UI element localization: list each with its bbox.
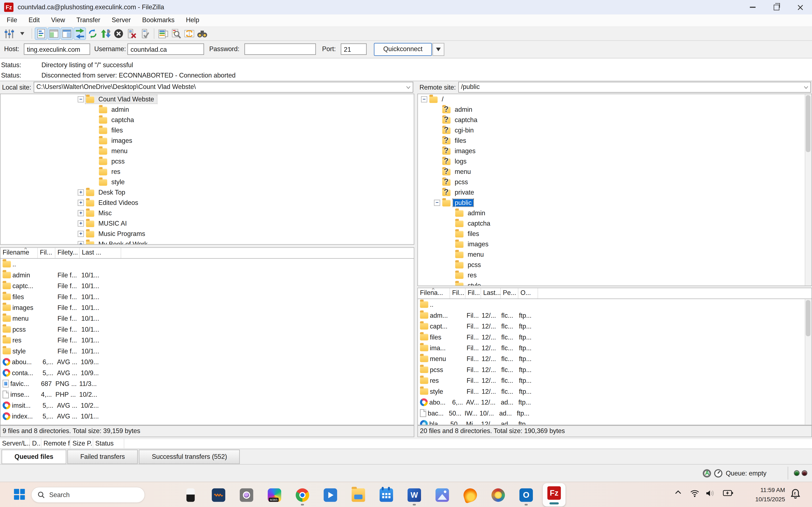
- restore-button[interactable]: [764, 0, 788, 14]
- file-row[interactable]: abo... 6,... AV... 12/... ad... ftp...: [418, 397, 811, 407]
- file-row[interactable]: captc... File f... 10/1...: [0, 280, 414, 291]
- tree-item[interactable]: captcha: [0, 115, 414, 125]
- tray-battery-icon[interactable]: [723, 490, 733, 496]
- file-row[interactable]: imsit... 5,... AVG ... 10/2...: [0, 400, 414, 411]
- tree-item[interactable]: cgi-bin: [418, 125, 811, 135]
- tree-item[interactable]: admin: [0, 105, 414, 115]
- column-header[interactable]: Size P...: [70, 438, 93, 450]
- column-header[interactable]: O...: [518, 288, 538, 299]
- file-row[interactable]: bla... 50... Mi... 12/... ad... ftp...: [418, 418, 811, 425]
- toggle-transfer-queue-button[interactable]: [73, 27, 86, 40]
- tree-item[interactable]: captcha: [418, 218, 811, 229]
- file-row[interactable]: imse... 4,... PHP ... 10/2...: [0, 389, 414, 400]
- taskbar-device-icon[interactable]: [187, 489, 195, 502]
- file-row[interactable]: bac... 50... IW... 10/... ad... ftp...: [418, 408, 811, 418]
- taskbar-audacity-icon[interactable]: [212, 489, 225, 502]
- column-header[interactable]: Pe...: [501, 288, 518, 299]
- file-row[interactable]: favic... 687 PNG ... 11/3...: [0, 378, 414, 389]
- host-input[interactable]: ting.execulink.com: [24, 44, 90, 55]
- tree-item[interactable]: captcha: [418, 115, 811, 125]
- tree-item[interactable]: pcss: [0, 156, 414, 167]
- tray-notification-bell-icon[interactable]: z: [791, 489, 800, 499]
- file-row[interactable]: style Fil... 12/... flc... ftp...: [418, 386, 811, 397]
- tree-item[interactable]: + My Book of Work: [0, 239, 414, 245]
- quickconnect-button[interactable]: Quickconnect: [374, 43, 432, 56]
- taskbar-word-icon[interactable]: W: [407, 489, 421, 502]
- column-header[interactable]: Last...: [481, 288, 501, 299]
- taskbar-sphere-icon[interactable]: [492, 489, 505, 502]
- expander-icon[interactable]: −: [434, 200, 440, 206]
- remote-tree-scrollbar[interactable]: [805, 94, 812, 286]
- column-header[interactable]: Remote f...: [42, 438, 70, 450]
- tree-item[interactable]: files: [0, 125, 414, 135]
- taskbar-file-explorer-icon[interactable]: [352, 489, 365, 502]
- process-queue-button[interactable]: [99, 27, 112, 40]
- toggle-message-log-button[interactable]: [35, 27, 47, 40]
- scrollbar-thumb[interactable]: [806, 300, 811, 336]
- tree-item[interactable]: private: [418, 187, 811, 198]
- taskbar-flame-icon[interactable]: [462, 487, 479, 504]
- taskbar-outlook-icon[interactable]: O: [519, 489, 533, 502]
- menu-item[interactable]: View: [45, 14, 71, 26]
- menu-item[interactable]: File: [1, 14, 23, 26]
- remote-site-combobox[interactable]: /public: [458, 82, 811, 93]
- taskbar-filezilla-active[interactable]: Fz: [543, 483, 566, 506]
- menu-item[interactable]: Server: [106, 14, 136, 26]
- expander-icon[interactable]: +: [78, 189, 84, 195]
- expander-icon[interactable]: +: [78, 210, 84, 216]
- column-header[interactable]: Last ...: [80, 247, 121, 259]
- menu-item[interactable]: Edit: [23, 14, 45, 26]
- queue-settings-gear-icon[interactable]: A: [703, 469, 711, 477]
- queue-tab[interactable]: Successful transfers (552): [139, 450, 240, 464]
- tree-item[interactable]: + MUSIC AI: [0, 218, 414, 229]
- toggle-local-tree-button[interactable]: [48, 27, 60, 40]
- file-row[interactable]: files Fil... 12/... flc... ftp...: [418, 332, 811, 342]
- cancel-button[interactable]: [112, 27, 125, 40]
- port-input[interactable]: 21: [341, 44, 366, 55]
- tree-item[interactable]: style: [418, 280, 811, 286]
- menu-item[interactable]: Bookmarks: [136, 14, 180, 26]
- username-input[interactable]: countvlad.ca: [127, 44, 204, 55]
- file-row[interactable]: abou... 6,... AVG ... 10/9...: [0, 356, 414, 367]
- minimize-button[interactable]: [741, 0, 764, 14]
- file-row[interactable]: res File f... 10/1...: [0, 335, 414, 345]
- tree-item[interactable]: − /: [418, 94, 811, 105]
- file-row[interactable]: style File f... 10/1...: [0, 346, 414, 356]
- filter-binoculars-button[interactable]: [196, 27, 208, 40]
- file-row[interactable]: res Fil... 12/... flc... ftp...: [418, 375, 811, 386]
- remote-list-scrollbar[interactable]: [805, 299, 812, 425]
- tree-item[interactable]: res: [0, 167, 414, 177]
- tree-item[interactable]: − Count Vlad Webste: [0, 94, 414, 105]
- file-row[interactable]: capt... Fil... 12/... flc... ftp...: [418, 321, 811, 331]
- tree-item[interactable]: pcss: [418, 260, 811, 270]
- directory-comparison-button[interactable]: [157, 27, 169, 40]
- taskbar-photos-icon[interactable]: [436, 489, 449, 502]
- tree-item[interactable]: + Desk Top: [0, 187, 414, 198]
- queue-tab[interactable]: Failed transfers: [67, 450, 138, 464]
- column-header[interactable]: Fil...: [38, 247, 55, 259]
- menu-item[interactable]: Help: [180, 14, 205, 26]
- file-row[interactable]: pcss File f... 10/1...: [0, 324, 414, 335]
- tree-item[interactable]: + Misc: [0, 208, 414, 218]
- tray-chevron-up-icon[interactable]: [675, 490, 681, 495]
- expander-icon[interactable]: +: [78, 231, 84, 237]
- column-header[interactable]: Fil...: [466, 288, 481, 299]
- tree-item[interactable]: images: [418, 146, 811, 156]
- password-input[interactable]: [245, 44, 316, 55]
- tree-item[interactable]: style: [0, 177, 414, 187]
- column-header[interactable]: Filety...: [55, 247, 80, 259]
- file-row[interactable]: ima... Fil... 12/... flc... ftp...: [418, 342, 811, 353]
- expander-icon[interactable]: +: [78, 200, 84, 206]
- file-row[interactable]: adm... Fil... 12/... flc... ftp...: [418, 310, 811, 321]
- taskbar-chrome-icon[interactable]: [296, 489, 309, 502]
- column-header[interactable]: D...: [30, 438, 42, 450]
- column-header[interactable]: Server/L...: [0, 438, 30, 450]
- file-row[interactable]: menu File f... 10/1...: [0, 313, 414, 324]
- file-row[interactable]: ..: [0, 259, 414, 269]
- quickconnect-dropdown-button[interactable]: [433, 43, 444, 56]
- column-header[interactable]: Filename: [0, 247, 38, 259]
- tree-item[interactable]: + Edited Videos: [0, 198, 414, 208]
- taskbar-calendar-icon[interactable]: [379, 489, 393, 502]
- taskbar-microsoft365-icon[interactable]: [268, 489, 281, 502]
- tree-item[interactable]: admin: [418, 105, 811, 115]
